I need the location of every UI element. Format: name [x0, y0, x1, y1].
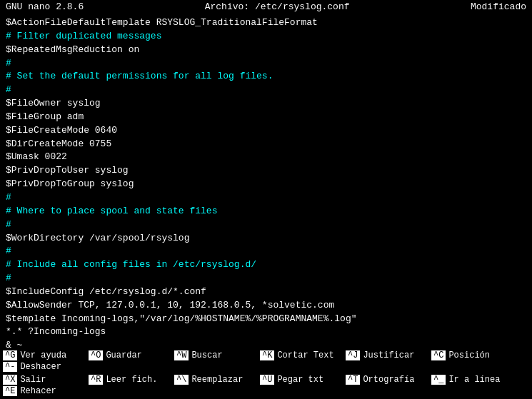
title-center: Archivo: /etc/rsyslog.conf [205, 1, 350, 12]
editor-line-19: $WorkDirectory /var/spool/rsyslog [6, 232, 526, 246]
editor-line-5: # [6, 57, 526, 71]
shortcut-item-1-1[interactable]: ^RLeer fich. [86, 374, 171, 385]
shortcut-key-1-1: ^R [89, 375, 103, 385]
shortcut-item-0-0[interactable]: ^GVer ayuda [0, 350, 86, 361]
shortcut-label-1-3: Pegar txt [277, 375, 323, 385]
shortcut-row-1: ^XSalir^RLeer fich.^\Reemplazar^UPegar t… [0, 373, 532, 398]
shortcut-key-1-3: ^U [260, 375, 274, 385]
editor-line-13: $PrivDropToUser syslog [6, 164, 526, 178]
shortcut-item-1-3[interactable]: ^UPegar txt [257, 374, 343, 385]
shortcut-item-1-5[interactable]: ^_Ir a línea [428, 374, 514, 385]
shortcut-label-1-5: Ir a línea [448, 375, 500, 385]
editor-line-24: $IncludeConfig /etc/rsyslog.d/*.conf [6, 286, 526, 299]
editor-line-26: $AllowSender TCP, 127.0.0.1, 10, 192.168… [6, 299, 526, 313]
shortcut-key-1-5: ^_ [431, 375, 446, 385]
shortcut-key-0-3: ^K [260, 350, 274, 360]
shortcut-label-0-0: Ver ayuda [20, 350, 66, 360]
editor-line-9: $FileGroup adm [6, 111, 526, 124]
shortcut-key-0-4: ^J [346, 350, 360, 360]
editor-line-27: $template Incoming-logs,"/var/log/%HOSTN… [6, 313, 526, 326]
shortcut-key-1-4: ^T [346, 375, 360, 385]
shortcut-key-1-6: ^E [3, 386, 17, 396]
shortcut-label-1-6: Rehacer [20, 386, 56, 396]
shortcut-label-1-4: Ortografía [363, 375, 414, 385]
shortcut-key-0-5: ^C [431, 350, 446, 360]
shortcut-key-0-2: ^W [174, 350, 189, 360]
editor-line-11: $DirCreateMode 0755 [6, 138, 526, 151]
editor-line-7: # [6, 84, 526, 97]
editor-line-16: # [6, 191, 526, 205]
editor-line-14: $PrivDropToGroup syslog [6, 178, 526, 191]
editor-line-2: # Filter duplicated messages [6, 30, 526, 44]
editor-line-12: $Umask 0022 [6, 151, 526, 164]
shortcut-item-0-1[interactable]: ^OGuardar [86, 350, 171, 361]
shortcut-item-0-4[interactable]: ^JJustificar [343, 350, 428, 361]
shortcut-item-0-6[interactable]: ^-Deshacer [0, 361, 86, 373]
editor-line-8: $FileOwner syslog [6, 97, 526, 111]
shortcut-item-1-6[interactable]: ^ERehacer [0, 385, 86, 397]
shortcut-key-0-0: ^G [3, 350, 17, 360]
editor-line-6: # Set the default permissions for all lo… [6, 70, 526, 84]
bottom-bar: ^GVer ayuda^OGuardar^WBuscar^KCortar Tex… [0, 348, 532, 399]
shortcut-label-1-2: Reemplazar [191, 375, 243, 385]
shortcut-label-1-0: Salir [20, 375, 46, 385]
editor-line-17: # Where to place spool and state files [6, 205, 526, 218]
editor-line-23: # [6, 272, 526, 286]
editor-line-21: # [6, 245, 526, 258]
shortcut-label-0-1: Guardar [106, 350, 141, 360]
shortcut-label-0-2: Buscar [191, 350, 222, 360]
shortcut-label-0-5: Posición [448, 350, 490, 360]
editor-line-10: $FileCreateMode 0640 [6, 124, 526, 138]
title-left: GNU nano 2.8.6 [6, 1, 84, 12]
editor-line-0: $ActionFileDefaultTemplate RSYSLOG_Tradi… [6, 16, 526, 30]
shortcut-key-0-1: ^O [89, 350, 103, 360]
editor-line-18: # [6, 218, 526, 232]
shortcut-key-0-6: ^- [3, 362, 17, 372]
shortcut-item-0-5[interactable]: ^CPosición [428, 350, 514, 361]
shortcut-item-0-3[interactable]: ^KCortar Text [257, 350, 343, 361]
editor-line-3: $RepeatedMsgReduction on [6, 44, 526, 57]
title-bar: GNU nano 2.8.6 Archivo: /etc/rsyslog.con… [0, 0, 532, 14]
terminal: GNU nano 2.8.6 Archivo: /etc/rsyslog.con… [0, 0, 532, 399]
shortcut-key-1-0: ^X [3, 375, 17, 385]
shortcut-label-0-3: Cortar Text [277, 350, 333, 360]
shortcut-row-0: ^GVer ayuda^OGuardar^WBuscar^KCortar Tex… [0, 349, 532, 373]
shortcut-key-1-2: ^\ [174, 375, 189, 385]
shortcut-item-1-4[interactable]: ^TOrtografía [343, 374, 428, 385]
shortcut-label-0-6: Deshacer [20, 362, 61, 372]
shortcut-label-0-4: Justificar [363, 350, 414, 360]
title-right: Modificado [471, 1, 526, 12]
editor-area[interactable]: $ActionFileDefaultTemplate RSYSLOG_Tradi… [0, 14, 532, 348]
shortcut-item-0-2[interactable]: ^WBuscar [171, 350, 257, 361]
shortcut-item-1-2[interactable]: ^\Reemplazar [171, 374, 257, 385]
shortcut-label-1-1: Leer fich. [106, 375, 157, 385]
editor-line-28: *.* ?Incoming-logs [6, 325, 526, 339]
editor-line-29: & ~ [6, 339, 526, 348]
editor-line-22: # Include all config files in /etc/rsysl… [6, 258, 526, 272]
shortcut-item-1-0[interactable]: ^XSalir [0, 374, 86, 385]
